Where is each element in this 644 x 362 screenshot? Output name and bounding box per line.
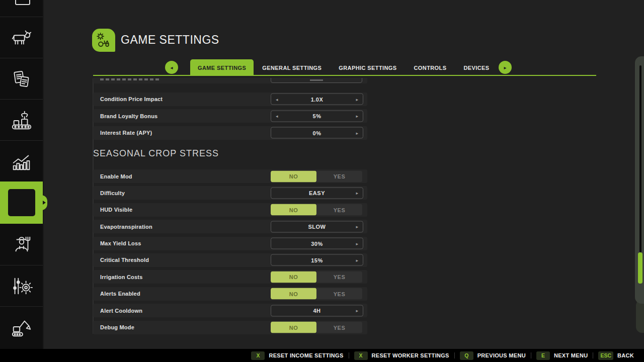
shortcut-reset-income-settings[interactable]: XRESET INCOME SETTINGS [251, 351, 348, 360]
farmer-icon [10, 233, 33, 256]
value-selector[interactable]: 0%▸ [271, 127, 363, 139]
key-x-badge: X [251, 351, 265, 360]
setting-label: Difficulty [100, 190, 125, 196]
selector-right-arrow-icon[interactable]: ▸ [356, 114, 358, 119]
page-title: GAME SETTINGS [121, 33, 219, 47]
footer-separator [349, 352, 349, 358]
selector-value: 4H [313, 308, 320, 314]
value-selector[interactable]: ◂1.0X▸ [271, 94, 363, 105]
selector-value: 15% [311, 257, 323, 263]
toggle-option-no[interactable]: NO [271, 170, 316, 182]
settings-row: Interest Rate (APY)0%▸ [93, 126, 367, 140]
setting-label: Interest Rate (APY) [100, 130, 152, 136]
tab-underline [93, 75, 596, 76]
sidebar-item-construction[interactable] [0, 306, 43, 348]
toggle-option-yes[interactable]: YES [316, 322, 362, 333]
selector-right-arrow-icon[interactable]: ▸ [356, 130, 358, 135]
shortcut-previous-menu[interactable]: QPREVIOUS MENU [460, 351, 531, 360]
sidebar-item-finance[interactable] [0, 0, 43, 17]
scrollbar-cap [636, 300, 644, 333]
selector-value: 0% [313, 130, 321, 136]
settings-row: HUD VisibleNOYES [93, 203, 367, 217]
value-selector[interactable]: EASY▸ [271, 187, 363, 199]
sidebar-item-tuning[interactable] [0, 265, 43, 307]
value-selector[interactable]: 4H▸ [271, 305, 363, 316]
selector-left-arrow-icon[interactable]: ◂ [276, 114, 278, 119]
sidebar-item-contracts[interactable] [0, 58, 43, 100]
selector-right-arrow-icon[interactable]: ▸ [356, 191, 358, 196]
toggle-option-no[interactable]: NO [271, 204, 316, 216]
tab-graphic-settings[interactable]: GRAPHIC SETTINGS [330, 59, 405, 76]
yes-no-toggle: NOYES [271, 170, 362, 182]
tab-devices[interactable]: DEVICES [455, 59, 498, 76]
clipped-value-selector[interactable] [271, 78, 362, 83]
shortcut-back[interactable]: ESCBACK [598, 351, 639, 360]
toggle-option-no[interactable]: NO [271, 271, 316, 283]
value-selector[interactable]: 30%▸ [271, 238, 363, 249]
settings-row: DifficultyEASY▸ [93, 186, 367, 200]
production-icon [10, 109, 33, 132]
game-settings-screen: GAME SETTINGS ◂ GAME SETTINGSGENERAL SET… [0, 0, 644, 362]
setting-label: Irrigation Costs [100, 274, 143, 280]
shortcut-next-menu[interactable]: ENEXT MENU [536, 351, 593, 360]
settings-row: Irrigation CostsNOYES [93, 270, 367, 284]
shortcut-label: PREVIOUS MENU [477, 352, 526, 358]
settings-rows-top: Condition Price Impact◂1.0X▸Brand Loyalt… [93, 78, 367, 140]
setting-label: Max Yield Loss [100, 240, 141, 246]
selector-right-arrow-icon[interactable]: ▸ [356, 308, 358, 313]
toggle-option-yes[interactable]: YES [316, 271, 362, 283]
selector-right-arrow-icon[interactable]: ▸ [356, 224, 358, 229]
settings-row: Alert Cooldown4H▸ [93, 304, 367, 317]
footer-separator [531, 352, 531, 358]
sidebar [0, 0, 44, 349]
settings-row: Alerts EnabledNOYES [93, 287, 367, 301]
sidebar-item-mod-settings[interactable] [0, 182, 43, 224]
shortcut-label: RESET INCOME SETTINGS [269, 352, 343, 358]
toggle-option-yes[interactable]: YES [316, 204, 362, 216]
shortcut-label: RESET WORKER SETTINGS [372, 352, 449, 358]
selector-value: 30% [311, 240, 323, 246]
value-selector[interactable]: 15%▸ [271, 254, 363, 266]
selector-value: 5% [313, 113, 321, 119]
tab-game-settings[interactable]: GAME SETTINGS [190, 59, 254, 76]
selector-left-arrow-icon[interactable]: ◂ [276, 97, 278, 102]
shortcut-label: NEXT MENU [554, 352, 588, 358]
sidebar-item-production[interactable] [0, 99, 43, 141]
sidebar-item-farmer[interactable] [0, 224, 43, 265]
setting-label: HUD Visible [100, 207, 132, 213]
footer-separator [454, 352, 455, 358]
tabs-next-button[interactable]: ▸ [499, 61, 512, 74]
settings-row: Enable ModNOYES [93, 169, 367, 183]
setting-label: Condition Price Impact [100, 96, 163, 102]
settings-row-clipped [93, 78, 367, 86]
value-selector[interactable]: SLOW▸ [271, 221, 363, 232]
selector-right-arrow-icon[interactable]: ▸ [356, 257, 358, 262]
tab-bar: GAME SETTINGSGENERAL SETTINGSGRAPHIC SET… [190, 59, 498, 76]
key-q-badge: Q [460, 351, 473, 360]
sidebar-item-animals[interactable] [0, 17, 43, 58]
finance-card-icon [15, 0, 30, 5]
clipped-label [100, 78, 159, 80]
setting-label: Evapotranspiration [100, 224, 152, 230]
tuning-sliders-gear-icon [10, 275, 33, 298]
settings-row: Debug ModeNOYES [93, 321, 367, 334]
tab-general-settings[interactable]: GENERAL SETTINGS [254, 59, 330, 76]
settings-row: Brand Loyalty Bonus◂5%▸ [93, 109, 367, 123]
scrollbar-thumb[interactable] [638, 252, 642, 284]
shortcut-reset-worker-settings[interactable]: XRESET WORKER SETTINGS [354, 351, 454, 360]
value-selector[interactable]: ◂5%▸ [271, 110, 363, 122]
toggle-option-yes[interactable]: YES [316, 288, 362, 300]
selector-right-arrow-icon[interactable]: ▸ [356, 97, 358, 102]
tabs-prev-button[interactable]: ◂ [165, 61, 178, 74]
toggle-option-no[interactable]: NO [271, 322, 316, 333]
tractor-gear-icon [95, 32, 112, 49]
shortcut-label: BACK [617, 352, 634, 358]
sidebar-item-statistics[interactable] [0, 140, 43, 182]
toggle-option-no[interactable]: NO [271, 288, 316, 300]
selector-right-arrow-icon[interactable]: ▸ [356, 241, 358, 246]
selector-value: SLOW [308, 224, 326, 230]
toggle-option-yes[interactable]: YES [316, 170, 362, 182]
tab-controls[interactable]: CONTROLS [406, 59, 455, 76]
settings-row: EvapotranspirationSLOW▸ [93, 220, 367, 233]
scrollbar-groove [639, 65, 641, 252]
